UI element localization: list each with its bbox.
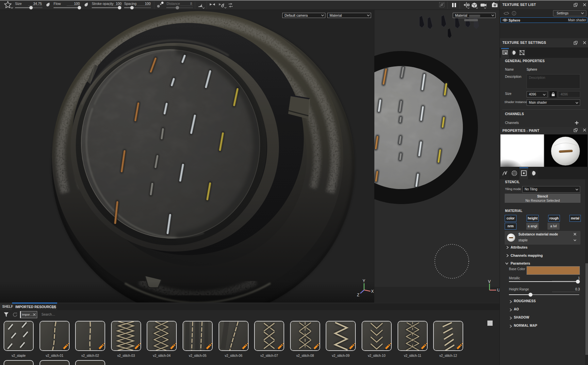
svg-text:100: 100 (74, 2, 80, 6)
svg-text:34.75: 34.75 (33, 2, 42, 6)
svg-text:Stroke opacity: Stroke opacity (92, 2, 114, 6)
svg-text:Distance: Distance (167, 2, 180, 6)
svg-text:Spacing: Spacing (124, 2, 137, 6)
svg-text:Size: Size (15, 2, 22, 6)
svg-text:X: X (371, 289, 374, 294)
svg-text:100: 100 (145, 2, 151, 6)
svg-text:100: 100 (116, 2, 122, 6)
svg-text:Z: Z (357, 293, 359, 297)
svg-text:Flow: Flow (54, 2, 61, 6)
svg-text:Y: Y (363, 279, 365, 283)
svg-text:U: U (497, 288, 499, 292)
svg-text:V: V (488, 279, 491, 284)
svg-text:8: 8 (190, 2, 192, 6)
